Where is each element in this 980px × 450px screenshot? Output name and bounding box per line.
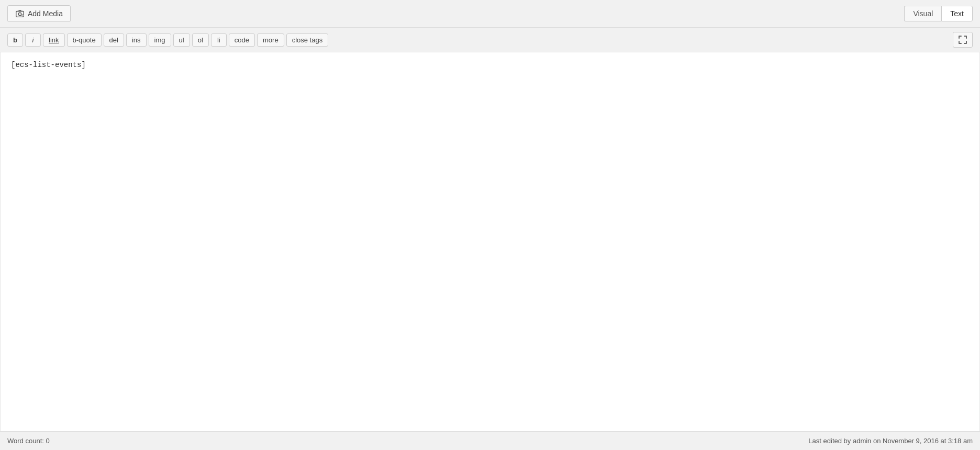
add-media-icon: ✦ [15, 9, 25, 18]
toolbar-btn-li[interactable]: li [211, 33, 227, 47]
toolbar-btn-ul[interactable]: ul [173, 33, 190, 47]
editor-wrapper: ✦ Add Media Visual Text b i link [0, 0, 980, 450]
tab-visual[interactable]: Visual [904, 6, 941, 21]
toolbar-btn-close-tags[interactable]: close tags [286, 33, 329, 47]
top-bar: ✦ Add Media Visual Text [0, 0, 980, 28]
toolbar-btn-bquote[interactable]: b-quote [67, 33, 102, 47]
editor-textarea[interactable] [0, 52, 980, 431]
toolbar-btn-img[interactable]: img [149, 33, 171, 47]
word-count: Word count: 0 [7, 437, 50, 445]
tab-text[interactable]: Text [941, 6, 973, 21]
fullscreen-button[interactable] [953, 32, 973, 48]
view-tabs: Visual Text [904, 6, 973, 21]
add-media-label: Add Media [28, 9, 63, 18]
toolbar-buttons: b i link b-quote del ins img ul [7, 33, 328, 47]
fullscreen-icon [957, 35, 968, 45]
toolbar-btn-ol[interactable]: ol [192, 33, 209, 47]
toolbar-btn-del[interactable]: del [104, 33, 124, 47]
toolbar-btn-more[interactable]: more [257, 33, 284, 47]
editor-content [0, 52, 980, 431]
toolbar-btn-bold[interactable]: b [7, 33, 23, 47]
toolbar-btn-ins[interactable]: ins [126, 33, 147, 47]
add-media-button[interactable]: ✦ Add Media [7, 5, 71, 22]
status-bar: Word count: 0 Last edited by admin on No… [0, 431, 980, 450]
last-edited: Last edited by admin on November 9, 2016… [808, 437, 973, 445]
svg-point-1 [18, 13, 21, 15]
toolbar-btn-link[interactable]: link [43, 33, 65, 47]
toolbar-btn-code[interactable]: code [229, 33, 255, 47]
toolbar-btn-italic[interactable]: i [25, 33, 41, 47]
toolbar: b i link b-quote del ins img ul [0, 28, 980, 52]
